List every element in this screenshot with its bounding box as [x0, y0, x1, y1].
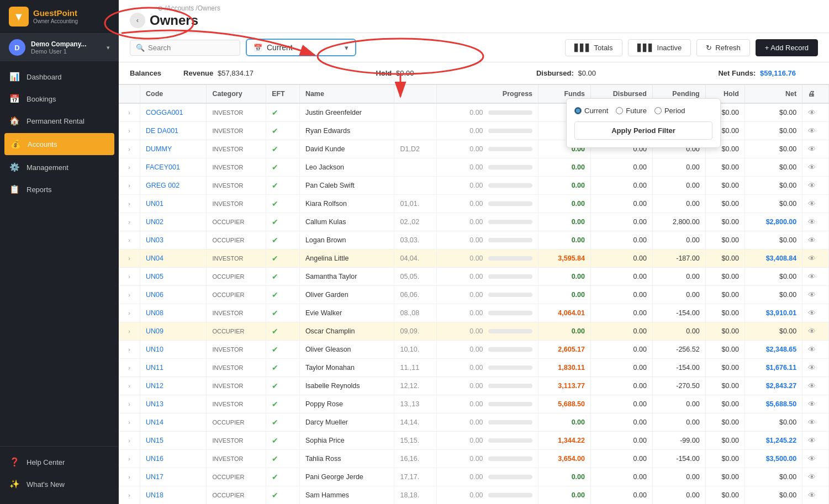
row-eye[interactable]: 👁: [802, 177, 829, 195]
inactive-button[interactable]: ▋▋▋ Inactive: [628, 39, 691, 56]
row-disbursed: 0.00: [590, 195, 652, 213]
search-box[interactable]: 🔍: [130, 40, 240, 56]
user-menu[interactable]: D Demo Company... Demo User 1 ▾: [0, 34, 119, 61]
row-funds: 0.00: [538, 231, 591, 250]
row-eye[interactable]: 👁: [802, 213, 829, 231]
row-category: INVESTOR: [207, 122, 266, 140]
sidebar-item-whats-new[interactable]: ✨ What's New: [0, 473, 119, 495]
row-funds: 5,688.50: [538, 395, 591, 413]
row-eye[interactable]: 👁: [802, 231, 829, 250]
row-eye[interactable]: 👁: [802, 250, 829, 268]
row-expand[interactable]: ›: [119, 450, 140, 468]
row-eye[interactable]: 👁: [802, 195, 829, 213]
sidebar-item-dashboard[interactable]: 📊 Dashboard: [0, 66, 119, 88]
back-button[interactable]: ‹: [130, 13, 145, 28]
row-expand[interactable]: ›: [119, 486, 140, 505]
row-eye[interactable]: 👁: [802, 122, 829, 140]
row-eye[interactable]: 👁: [802, 432, 829, 450]
row-expand[interactable]: ›: [119, 213, 140, 231]
row-progress: 0.00: [437, 103, 538, 122]
totals-icon: ▋▋▋: [574, 44, 591, 52]
sidebar-item-help-center[interactable]: ❓ Help Center: [0, 451, 119, 473]
row-hold: $0.00: [705, 413, 744, 432]
row-name: Sam Hammes: [299, 486, 394, 505]
row-funds: 0.00: [538, 195, 591, 213]
row-eye[interactable]: 👁: [802, 468, 829, 486]
row-code: UN01: [140, 195, 207, 213]
row-funds: 0.00: [538, 413, 591, 432]
add-record-button[interactable]: + Add Record: [756, 39, 818, 56]
row-progress: 0.00: [437, 122, 538, 140]
row-expand[interactable]: ›: [119, 413, 140, 432]
totals-button[interactable]: ▋▋▋ Totals: [565, 39, 622, 56]
row-code: UN16: [140, 450, 207, 468]
sidebar-item-permanent-rental[interactable]: 🏠 Permanent Rental: [0, 110, 119, 132]
row-expand[interactable]: ›: [119, 103, 140, 122]
row-eye[interactable]: 👁: [802, 140, 829, 158]
search-input[interactable]: [148, 44, 234, 52]
row-expand[interactable]: ›: [119, 341, 140, 359]
row-category: INVESTOR: [207, 341, 266, 359]
row-expand[interactable]: ›: [119, 286, 140, 304]
row-progress: 0.00: [437, 450, 538, 468]
radio-future[interactable]: Future: [616, 107, 647, 115]
topbar: ⊘ /Accounts /Owners ‹ Owners: [119, 0, 829, 33]
row-eye[interactable]: 👁: [802, 486, 829, 505]
table-row: › UN12 INVESTOR ✔ Isabelle Reynolds 12,1…: [119, 377, 829, 395]
row-expand[interactable]: ›: [119, 322, 140, 341]
row-expand[interactable]: ›: [119, 250, 140, 268]
sidebar-item-bookings[interactable]: 📅 Bookings: [0, 88, 119, 110]
sidebar-item-label: What's New: [27, 480, 65, 489]
sidebar-item-reports[interactable]: 📋 Reports: [0, 178, 119, 200]
sidebar-bottom: ❓ Help Center ✨ What's New: [0, 446, 119, 504]
apply-period-filter-button[interactable]: Apply Period Filter: [574, 121, 712, 140]
row-eye[interactable]: 👁: [802, 268, 829, 286]
owners-table-container: Code Category EFT Name Progress Funds Di…: [119, 85, 829, 504]
row-expand[interactable]: ›: [119, 468, 140, 486]
row-expand[interactable]: ›: [119, 195, 140, 213]
row-eye[interactable]: 👁: [802, 377, 829, 395]
row-disbursed: 0.00: [590, 395, 652, 413]
row-eye[interactable]: 👁: [802, 359, 829, 377]
row-eye[interactable]: 👁: [802, 450, 829, 468]
row-eye[interactable]: 👁: [802, 103, 829, 122]
row-expand[interactable]: ›: [119, 377, 140, 395]
row-eye[interactable]: 👁: [802, 286, 829, 304]
row-expand[interactable]: ›: [119, 122, 140, 140]
row-expand[interactable]: ›: [119, 432, 140, 450]
row-expand[interactable]: ›: [119, 177, 140, 195]
row-eft-code: 12,12.: [394, 377, 437, 395]
row-eye[interactable]: 👁: [802, 395, 829, 413]
sidebar-item-management[interactable]: ⚙️ Management: [0, 156, 119, 178]
row-expand[interactable]: ›: [119, 268, 140, 286]
row-hold: $0.00: [705, 450, 744, 468]
refresh-button[interactable]: ↻ Refresh: [696, 39, 750, 56]
row-expand[interactable]: ›: [119, 395, 140, 413]
row-hold: $0.00: [705, 341, 744, 359]
radio-current[interactable]: Current: [574, 107, 608, 115]
sidebar-item-accounts[interactable]: 💰 Accounts: [4, 133, 114, 155]
row-expand[interactable]: ›: [119, 359, 140, 377]
row-funds: 0.00: [538, 468, 591, 486]
radio-period[interactable]: Period: [654, 107, 685, 115]
table-row: › UN03 OCCUPIER ✔ Logan Brown 03,03. 0.0…: [119, 231, 829, 250]
row-expand[interactable]: ›: [119, 140, 140, 158]
row-eye[interactable]: 👁: [802, 413, 829, 432]
row-eye[interactable]: 👁: [802, 158, 829, 177]
row-expand[interactable]: ›: [119, 304, 140, 322]
row-net: $1,676.11: [744, 359, 802, 377]
row-disbursed: 0.00: [590, 177, 652, 195]
row-eye[interactable]: 👁: [802, 304, 829, 322]
row-eft: ✔: [266, 103, 300, 122]
row-expand[interactable]: ›: [119, 231, 140, 250]
period-radio-group: Current Future Period: [574, 107, 712, 115]
row-eft: ✔: [266, 286, 300, 304]
sidebar-item-label: Dashboard: [27, 73, 62, 81]
row-eye[interactable]: 👁: [802, 322, 829, 341]
disbursed-label: Disbursed:: [536, 69, 574, 77]
row-expand[interactable]: ›: [119, 158, 140, 177]
period-dropdown[interactable]: 📅 Current ▾: [246, 39, 356, 56]
row-eft: ✔: [266, 140, 300, 158]
row-eye[interactable]: 👁: [802, 341, 829, 359]
row-eft-code: 09,09.: [394, 322, 437, 341]
